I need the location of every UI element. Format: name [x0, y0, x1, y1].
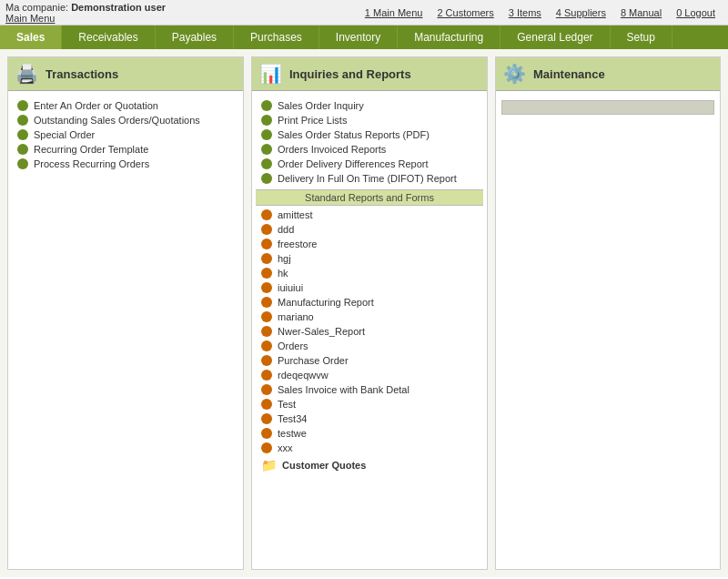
- maintenance-bar: [501, 100, 714, 115]
- transactions-panel: 🖨️ Transactions Enter An Order or Quotat…: [7, 56, 244, 570]
- custom-report-item[interactable]: hk: [256, 266, 483, 280]
- top-nav-item-main-menu[interactable]: 1 Main Menu: [358, 5, 430, 20]
- top-nav-item-customers[interactable]: 2 Customers: [430, 5, 500, 20]
- transactions-body: Enter An Order or QuotationOutstanding S…: [8, 91, 243, 178]
- inquiry-item[interactable]: Delivery In Full On Time (DIFOT) Report: [256, 171, 483, 186]
- menu-tab-manufacturing[interactable]: Manufacturing: [398, 25, 500, 49]
- maintenance-header: ⚙️ Maintenance: [496, 57, 720, 91]
- top-nav-item-suppliers[interactable]: 4 Suppliers: [549, 5, 613, 20]
- menu-tab-receivables[interactable]: Receivables: [62, 25, 155, 49]
- custom-report-item[interactable]: mariano: [256, 310, 483, 324]
- inquiry-item[interactable]: Order Delivery Differences Report: [256, 157, 483, 171]
- maintenance-body: [496, 91, 720, 124]
- custom-report-item[interactable]: xxx: [256, 441, 483, 455]
- menu-tab-inventory[interactable]: Inventory: [319, 25, 398, 49]
- maintenance-icon: ⚙️: [503, 63, 526, 85]
- standard-reports-header: Standard Reports and Forms: [256, 189, 483, 206]
- top-nav: 1 Main Menu2 Customers3 Items4 Suppliers…: [358, 5, 723, 20]
- custom-report-item[interactable]: ddd: [256, 222, 483, 237]
- custom-report-item[interactable]: freestore: [256, 237, 483, 251]
- menu-tab-payables[interactable]: Payables: [156, 25, 234, 49]
- company-name: Demonstration user: [71, 2, 166, 13]
- transactions-header: 🖨️ Transactions: [8, 57, 243, 91]
- custom-report-item[interactable]: iuiuiui: [256, 280, 483, 295]
- maintenance-title: Maintenance: [533, 67, 605, 81]
- inquiries-body: Sales Order InquiryPrint Price ListsSale…: [252, 91, 487, 473]
- company-info: Ma companie: Demonstration user Main Men…: [5, 2, 166, 24]
- transaction-item[interactable]: Enter An Order or Quotation: [12, 98, 239, 113]
- custom-report-item[interactable]: testwe: [256, 426, 483, 441]
- inquiry-item[interactable]: Orders Invoiced Reports: [256, 142, 483, 157]
- custom-report-item[interactable]: amittest: [256, 208, 483, 222]
- top-bar: Ma companie: Demonstration user Main Men…: [0, 0, 728, 25]
- transaction-item[interactable]: Process Recurring Orders: [12, 157, 239, 171]
- content: 🖨️ Transactions Enter An Order or Quotat…: [0, 49, 728, 577]
- top-nav-item-items[interactable]: 3 Items: [501, 5, 549, 20]
- inquiries-panel: 📊 Inquiries and Reports Sales Order Inqu…: [251, 56, 488, 570]
- menu-tab-sales[interactable]: Sales: [0, 25, 62, 49]
- inquiry-item[interactable]: Sales Order Inquiry: [256, 98, 483, 113]
- inquiries-header: 📊 Inquiries and Reports: [252, 57, 487, 91]
- transactions-title: Transactions: [46, 67, 118, 81]
- inquiry-item[interactable]: Print Price Lists: [256, 113, 483, 127]
- top-nav-item-manual[interactable]: 8 Manual: [613, 5, 669, 20]
- menu-tab-general-ledger[interactable]: General Ledger: [500, 25, 610, 49]
- inquiry-item[interactable]: Sales Order Status Reports (PDF): [256, 127, 483, 142]
- inquiries-title: Inquiries and Reports: [289, 67, 411, 81]
- transaction-item[interactable]: Special Order: [12, 127, 239, 142]
- main-menu-link[interactable]: Main Menu: [5, 13, 55, 24]
- custom-report-item[interactable]: Nwer-Sales_Report: [256, 324, 483, 339]
- maintenance-panel: ⚙️ Maintenance: [495, 56, 721, 570]
- custom-report-item[interactable]: Test34: [256, 411, 483, 426]
- custom-report-item[interactable]: Purchase Order: [256, 353, 483, 368]
- company-label: Ma companie:: [5, 2, 68, 13]
- custom-report-item[interactable]: Orders: [256, 339, 483, 353]
- custom-report-item[interactable]: Sales Invoice with Bank Detal: [256, 382, 483, 397]
- customer-quotes-folder[interactable]: 📁Customer Quotes: [256, 455, 483, 473]
- transaction-item[interactable]: Recurring Order Template: [12, 142, 239, 157]
- transaction-item[interactable]: Outstanding Sales Orders/Quotations: [12, 113, 239, 127]
- custom-report-item[interactable]: rdeqeqwvw: [256, 368, 483, 382]
- custom-report-item[interactable]: hgj: [256, 251, 483, 266]
- transactions-icon: 🖨️: [15, 63, 38, 85]
- top-nav-item-logout[interactable]: 0 Logout: [669, 5, 723, 20]
- inquiries-icon: 📊: [259, 63, 282, 85]
- main-menu-bar: SalesReceivablesPayablesPurchasesInvento…: [0, 25, 728, 49]
- menu-tab-purchases[interactable]: Purchases: [234, 25, 319, 49]
- custom-report-item[interactable]: Manufacturing Report: [256, 295, 483, 310]
- menu-tab-setup[interactable]: Setup: [611, 25, 672, 49]
- custom-report-item[interactable]: Test: [256, 397, 483, 411]
